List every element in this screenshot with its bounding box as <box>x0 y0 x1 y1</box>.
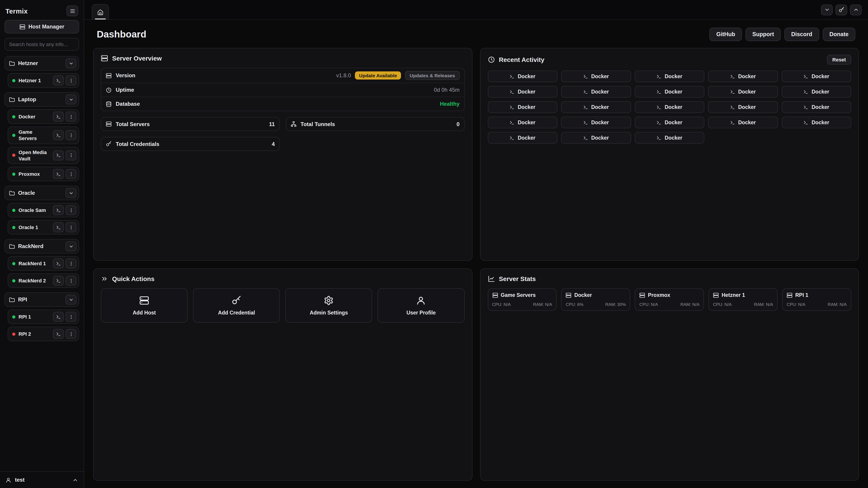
host-terminal-button[interactable] <box>53 75 64 86</box>
activity-item-button[interactable]: Docker <box>781 101 851 113</box>
host-more-button[interactable] <box>66 329 76 339</box>
quick-action-tile[interactable]: User Profile <box>378 288 465 322</box>
chevron-down-icon <box>68 191 73 195</box>
header-link-button[interactable]: Discord <box>784 28 819 41</box>
activity-item-button[interactable]: Docker <box>781 86 851 98</box>
folder-collapse-button[interactable] <box>66 94 76 104</box>
activity-item-button[interactable]: Docker <box>708 70 778 82</box>
ssh-keys-button[interactable] <box>835 4 847 15</box>
folder-collapse-button[interactable] <box>66 241 76 251</box>
header-link-button[interactable]: Support <box>745 28 781 41</box>
host-row[interactable]: RackNerd 2 <box>8 273 79 288</box>
host-row[interactable]: Oracle 1 <box>8 220 79 234</box>
activity-item-button[interactable]: Docker <box>634 101 704 113</box>
folder-header[interactable]: Laptop <box>4 92 79 107</box>
host-more-button[interactable] <box>66 151 76 160</box>
terminal-icon <box>56 207 61 213</box>
host-more-button[interactable] <box>66 169 76 179</box>
activity-item-label: Docker <box>591 89 609 94</box>
host-row[interactable]: RPI 2 <box>8 327 79 341</box>
server-stat-tile[interactable]: Proxmox CPU: N/A RAM: N/A <box>635 288 704 311</box>
folder-header[interactable]: RackNerd <box>4 239 79 254</box>
menu-icon <box>69 8 75 14</box>
host-more-button[interactable] <box>66 75 76 86</box>
activity-item-button[interactable]: Docker <box>708 86 778 98</box>
host-more-button[interactable] <box>66 130 76 140</box>
host-row[interactable]: RackNerd 1 <box>8 256 79 271</box>
server-stat-tile[interactable]: Game Servers CPU: N/A RAM: N/A <box>488 288 557 311</box>
host-search-input[interactable] <box>4 38 79 51</box>
host-more-button[interactable] <box>66 312 76 322</box>
activity-item-button[interactable]: Docker <box>634 70 704 82</box>
tab-home[interactable] <box>92 4 109 20</box>
activity-item-button[interactable]: Docker <box>708 101 778 113</box>
activity-item-button[interactable]: Docker <box>708 117 778 128</box>
activity-item-button[interactable]: Docker <box>488 101 557 113</box>
activity-item-button[interactable]: Docker <box>488 86 557 98</box>
host-manager-button[interactable]: Host Manager <box>4 20 79 33</box>
tab-dropdown-button[interactable] <box>821 4 833 15</box>
host-row[interactable]: Docker <box>8 109 79 124</box>
activity-item-button[interactable]: Docker <box>781 70 851 82</box>
host-terminal-button[interactable] <box>53 205 64 215</box>
activity-item-button[interactable]: Docker <box>488 117 557 128</box>
server-icon <box>106 72 112 78</box>
folder-header[interactable]: RPI <box>4 292 79 307</box>
host-row[interactable]: Open Media Vault <box>8 147 79 164</box>
sidebar-user-footer[interactable]: test <box>0 471 84 488</box>
host-terminal-button[interactable] <box>53 111 64 122</box>
folder-header[interactable]: Hetzner <box>4 56 79 70</box>
host-more-button[interactable] <box>66 222 76 232</box>
activity-item-button[interactable]: Docker <box>634 117 704 128</box>
host-row[interactable]: Oracle Sam <box>8 203 79 217</box>
host-terminal-button[interactable] <box>53 329 64 339</box>
activity-item-label: Docker <box>738 120 756 125</box>
activity-item-button[interactable]: Docker <box>634 86 704 98</box>
quick-action-tile[interactable]: Add Credential <box>193 288 280 322</box>
server-stat-tile[interactable]: Hetzner 1 CPU: N/A RAM: N/A <box>708 288 778 311</box>
folder-collapse-button[interactable] <box>66 58 76 68</box>
activity-item-button[interactable]: Docker <box>561 117 631 128</box>
activity-item-button[interactable]: Docker <box>634 132 704 144</box>
host-folder: RPI RPI 1 <box>4 292 79 341</box>
activity-item-button[interactable]: Docker <box>561 86 631 98</box>
activity-item-button[interactable]: Docker <box>488 132 557 144</box>
activity-item-button[interactable]: Docker <box>561 132 631 144</box>
folder-collapse-button[interactable] <box>66 295 76 304</box>
host-terminal-button[interactable] <box>53 169 64 179</box>
folder-header[interactable]: Oracle <box>4 186 79 200</box>
host-terminal-button[interactable] <box>53 258 64 268</box>
host-terminal-button[interactable] <box>53 130 64 140</box>
activity-item-button[interactable]: Docker <box>781 117 851 128</box>
host-name: Hetzner 1 <box>19 77 50 84</box>
quick-action-tile[interactable]: Admin Settings <box>285 288 372 322</box>
host-row[interactable]: Proxmox <box>8 167 79 181</box>
header-link-button[interactable]: GitHub <box>710 28 742 41</box>
host-more-button[interactable] <box>66 205 76 215</box>
folder-name: Hetzner <box>18 60 62 66</box>
host-terminal-button[interactable] <box>53 312 64 322</box>
host-more-button[interactable] <box>66 275 76 286</box>
activity-item-button[interactable]: Docker <box>561 70 631 82</box>
footer-collapse-button[interactable] <box>72 477 78 483</box>
host-terminal-button[interactable] <box>53 275 64 286</box>
collapse-topbar-button[interactable] <box>850 4 862 15</box>
host-terminal-button[interactable] <box>53 151 64 160</box>
server-stat-tile[interactable]: Docker CPU: 6% RAM: 30% <box>561 288 630 311</box>
host-more-button[interactable] <box>66 111 76 122</box>
host-row[interactable]: Hetzner 1 <box>8 73 79 88</box>
updates-releases-button[interactable]: Updates & Releases <box>405 71 460 80</box>
activity-item-button[interactable]: Docker <box>561 101 631 113</box>
folder-collapse-button[interactable] <box>66 188 76 198</box>
quick-action-tile[interactable]: Add Host <box>101 288 188 322</box>
activity-item-button[interactable]: Docker <box>488 70 557 82</box>
terminal-icon <box>804 105 809 109</box>
host-row[interactable]: Game Servers <box>8 127 79 144</box>
host-more-button[interactable] <box>66 258 76 268</box>
header-link-button[interactable]: Donate <box>823 28 855 41</box>
sidebar-menu-button[interactable] <box>66 5 78 16</box>
host-row[interactable]: RPI 1 <box>8 310 79 324</box>
reset-activity-button[interactable]: Reset <box>827 55 851 65</box>
server-stat-tile[interactable]: RPI 1 CPU: N/A RAM: N/A <box>782 288 851 311</box>
host-terminal-button[interactable] <box>53 222 64 232</box>
